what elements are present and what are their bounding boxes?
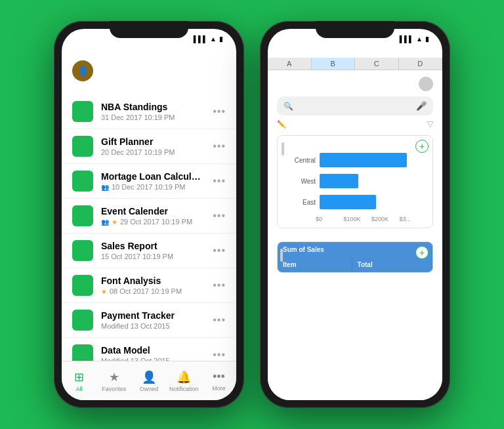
insights-panel: 🔍 🎤 ✏️ ▽ + [268,70,442,400]
item-more-button[interactable]: ••• [213,175,226,187]
insights-close-button[interactable] [419,77,433,91]
edit-icon: ✏️ [277,120,286,129]
bar-track-east [320,195,422,209]
tab-label-notification: Notification [169,386,199,392]
battery-icon: ▮ [219,35,223,43]
tab-label-favorites: Favorites [102,386,126,392]
spreadsheet-icon [72,310,93,331]
star-icon: ★ [101,288,107,295]
item-details: Gift Planner20 Dec 2017 10:19 PM [101,136,205,156]
item-date: 31 Dec 2017 10:19 PM [101,113,175,121]
search-icon: 🔍 [284,102,293,111]
item-name: Sales Report [101,241,205,251]
item-meta: 31 Dec 2017 10:19 PM [101,113,205,121]
page-title [62,87,236,94]
list-item[interactable]: Sales Report15 Oct 2017 10:19 PM••• [62,234,236,268]
item-more-button[interactable]: ••• [213,210,226,222]
notch-right [316,21,394,38]
item-meta: 👥10 Dec 2017 10:19 PM [101,183,205,191]
filter-icon[interactable]: ▽ [427,119,433,129]
bar-label-east: East [287,199,316,206]
item-more-button[interactable]: ••• [213,245,226,256]
item-date: 10 Dec 2017 10:19 PM [112,183,186,191]
col-a: A [268,58,312,70]
spreadsheet-icon [72,240,93,261]
bar-fill-east [320,195,376,209]
item-more-button[interactable]: ••• [213,314,226,326]
x-tick-3: $3... [400,216,428,222]
item-more-button[interactable]: ••• [213,106,226,117]
tab-icon-more: ••• [213,370,225,384]
item-date: 20 Dec 2017 10:19 PM [101,148,175,156]
spreadsheet-icon [72,205,93,226]
item-date: 15 Oct 2017 10:19 PM [101,253,173,260]
search-bar[interactable]: 🔍 🎤 [277,96,433,115]
bar-row-west: West [316,174,422,188]
tab-all[interactable]: ⊞All [62,361,96,400]
battery-icon-r: ▮ [425,35,429,43]
signal-icon-r: ▌▌▌ [400,35,413,43]
item-name: Gift Planner [101,136,205,147]
bar-fill-west [320,174,358,188]
left-phone: ▌▌▌ ▲ ▮ 👤 NBA Standings31 Dec 2017 10:19… [54,21,244,408]
item-details: Event Calender👥★29 Oct 2017 10:19 PM [101,206,205,226]
col-item: Item [278,257,352,272]
chart-sales-by-item: + Sum of Sales Item Total [268,241,442,281]
spreadsheet-icon [72,275,93,296]
sales-table-container: + Sum of Sales Item Total [277,241,433,273]
mic-icon[interactable]: 🎤 [416,101,427,111]
item-name: Mortage Loan Calculator [101,171,205,182]
add-chart2-button[interactable]: + [415,246,429,259]
tab-owned[interactable]: 👤Owned [131,361,166,400]
list-item[interactable]: NBA Standings31 Dec 2017 10:19 PM••• [62,94,236,129]
drag-handle-1[interactable] [282,142,284,155]
drag-handle-2[interactable] [280,249,283,262]
x-tick-0: $0 [316,216,344,222]
item-more-button[interactable]: ••• [213,140,226,152]
tab-favorites[interactable]: ★Favorites [96,361,131,400]
item-details: Payment TrackerModified 13 Oct 2015 [101,310,205,330]
avatar[interactable]: 👤 [72,60,93,81]
tab-more[interactable]: •••More [201,361,236,400]
list-item[interactable]: Data ModelModified 13 Oct 2015••• [62,338,236,361]
bar-fill-central [320,153,407,167]
insights-header [268,70,442,96]
item-name: Payment Tracker [101,310,205,321]
right-phone: ▌▌▌ ▲ ▮ A B C D 🔍 [260,21,450,408]
formula-bar: ✏️ ▽ [277,119,433,129]
item-name: NBA Standings [101,102,205,112]
item-more-button[interactable]: ••• [213,349,226,361]
list-item[interactable]: Payment TrackerModified 13 Oct 2015••• [62,303,236,338]
tab-label-more: More [212,385,226,392]
list-item[interactable]: Event Calender👥★29 Oct 2017 10:19 PM••• [62,199,236,234]
item-details: Font Analysis★08 Oct 2017 10:19 PM [101,276,205,295]
list-item[interactable]: Font Analysis★08 Oct 2017 10:19 PM••• [62,268,236,303]
item-date: Modified 13 Oct 2015 [101,322,170,330]
signal-icon: ▌▌▌ [194,35,207,43]
item-name: Event Calender [101,206,205,216]
x-tick-200k: $200K [371,216,400,222]
bar-label-west: West [287,178,316,185]
spreadsheet-list: NBA Standings31 Dec 2017 10:19 PM•••Gift… [62,94,236,361]
item-meta: 20 Dec 2017 10:19 PM [101,148,205,156]
sales-table: Sum of Sales Item Total [278,242,432,272]
tab-icon-favorites: ★ [109,370,119,384]
item-name: Data Model [101,345,205,356]
tab-bar: ⊞All★Favorites👤Owned🔔Notification•••More [62,361,236,400]
item-meta: 👥★29 Oct 2017 10:19 PM [101,218,205,226]
star-icon: ★ [112,218,117,226]
shared-icon: 👥 [101,218,109,226]
bar-row-east: East [316,195,422,209]
status-icons-left: ▌▌▌ ▲ ▮ [194,35,223,43]
spreadsheet-icon [72,171,93,192]
tab-notification[interactable]: 🔔Notification [167,361,201,400]
list-item[interactable]: Gift Planner20 Dec 2017 10:19 PM••• [62,129,236,164]
spreadsheet-icon [72,101,93,122]
tab-label-all: All [76,386,83,392]
item-date: 08 Oct 2017 10:19 PM [110,287,182,295]
list-item[interactable]: Mortage Loan Calculator👥10 Dec 2017 10:1… [62,164,236,199]
col-d: D [399,58,443,70]
shared-icon: 👥 [101,184,109,191]
item-more-button[interactable]: ••• [213,279,226,291]
add-chart1-button[interactable]: + [415,140,429,153]
